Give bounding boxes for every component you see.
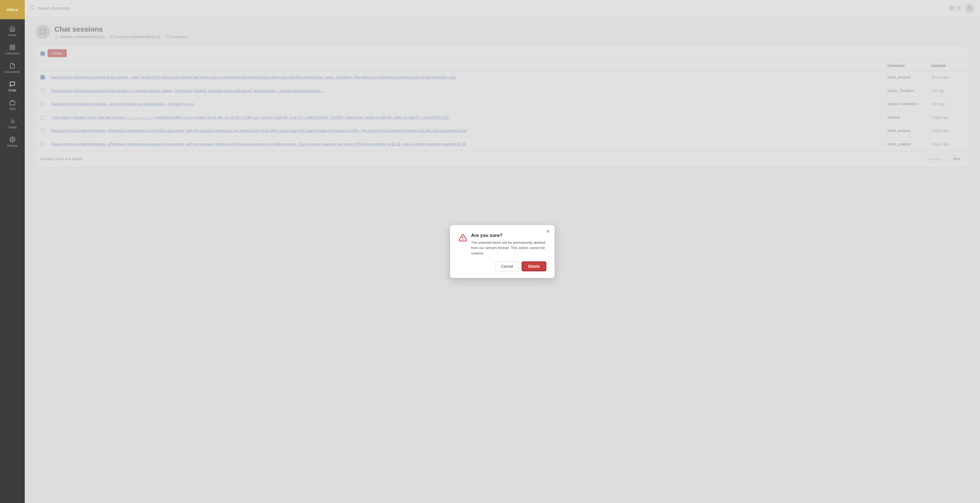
dialog-title-block: Are you sure? The selected items will be… <box>471 233 546 256</box>
main-content: ⌘ K Chat sessions sherene.mahanama@h2o.a… <box>25 0 980 503</box>
svg-rect-4 <box>10 101 15 105</box>
sidebar: H2O.ai Home Collections Documents Chats … <box>0 0 25 503</box>
cancel-button[interactable]: Cancel <box>495 262 519 271</box>
modal-overlay: ✕ Are you sure? The selected items will … <box>25 0 980 503</box>
dialog-actions: Cancel Delete <box>458 262 546 271</box>
sidebar-item-usage[interactable]: Usage <box>0 114 25 133</box>
sidebar-item-settings[interactable]: Settings <box>0 133 25 151</box>
settings-icon <box>10 136 15 142</box>
sidebar-item-jobs[interactable]: Jobs <box>0 96 25 114</box>
usage-icon <box>10 118 15 124</box>
sidebar-item-chats[interactable]: Chats <box>0 77 25 96</box>
jobs-icon <box>10 100 15 105</box>
svg-point-8 <box>11 139 13 141</box>
collections-icon <box>10 44 15 50</box>
dialog-body: The selected items will be permanently d… <box>471 240 546 256</box>
warning-icon <box>458 233 467 242</box>
chats-icon <box>10 81 15 87</box>
sidebar-item-collections[interactable]: Collections <box>0 40 25 59</box>
svg-rect-3 <box>13 48 14 50</box>
dialog-header: Are you sure? The selected items will be… <box>458 233 546 256</box>
confirm-dialog: ✕ Are you sure? The selected items will … <box>450 225 555 278</box>
logo[interactable]: H2O.ai <box>0 0 25 19</box>
sidebar-item-home[interactable]: Home <box>0 22 25 40</box>
svg-rect-2 <box>10 48 12 50</box>
documents-icon <box>10 63 15 69</box>
svg-rect-1 <box>13 45 14 47</box>
sidebar-nav: Home Collections Documents Chats Jobs Us… <box>0 19 25 503</box>
sidebar-item-documents[interactable]: Documents <box>0 59 25 77</box>
home-icon <box>10 26 15 32</box>
dialog-close-button[interactable]: ✕ <box>546 229 550 234</box>
dialog-title: Are you sure? <box>471 233 546 238</box>
svg-rect-0 <box>10 45 12 47</box>
dialog-delete-button[interactable]: Delete <box>522 262 546 271</box>
